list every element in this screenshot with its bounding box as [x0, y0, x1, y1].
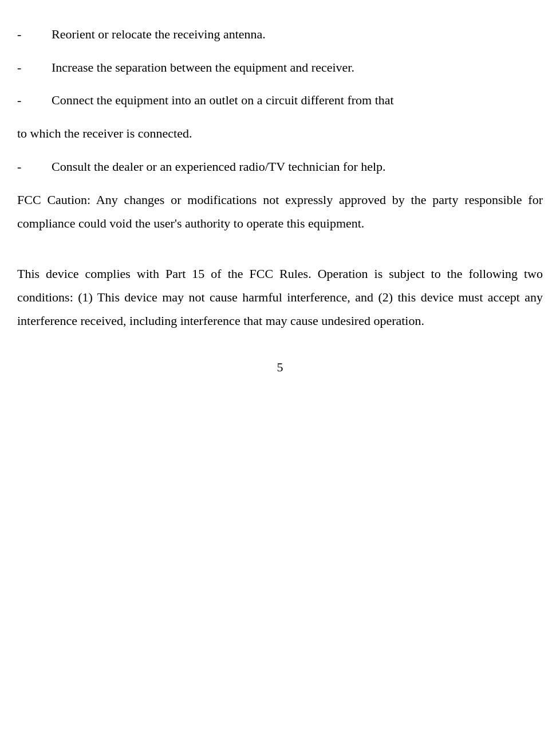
- list-bullet: -: [17, 56, 52, 79]
- fcc-caution-paragraph: FCC Caution: Any changes or modification…: [17, 189, 543, 235]
- list-item: - Consult the dealer or an experienced r…: [17, 155, 543, 178]
- list-text: Connect the equipment into an outlet on …: [52, 89, 543, 112]
- fcc-rules-paragraph: This device complies with Part 15 of the…: [17, 262, 543, 332]
- list-item: - Increase the separation between the eq…: [17, 56, 543, 79]
- list-text: Reorient or relocate the receiving anten…: [52, 23, 543, 46]
- page-number: 5: [17, 356, 543, 379]
- list-text: Consult the dealer or an experienced rad…: [52, 155, 543, 178]
- list-bullet: -: [17, 155, 52, 178]
- list-bullet: -: [17, 89, 52, 112]
- list-bullet: -: [17, 23, 52, 46]
- list-item: - Connect the equipment into an outlet o…: [17, 89, 543, 112]
- continuation-text: to which the receiver is connected.: [17, 122, 543, 146]
- page-content: - Reorient or relocate the receiving ant…: [17, 23, 543, 378]
- spacer: [17, 245, 543, 262]
- list-item: - Reorient or relocate the receiving ant…: [17, 23, 543, 46]
- list-text: Increase the separation between the equi…: [52, 56, 543, 79]
